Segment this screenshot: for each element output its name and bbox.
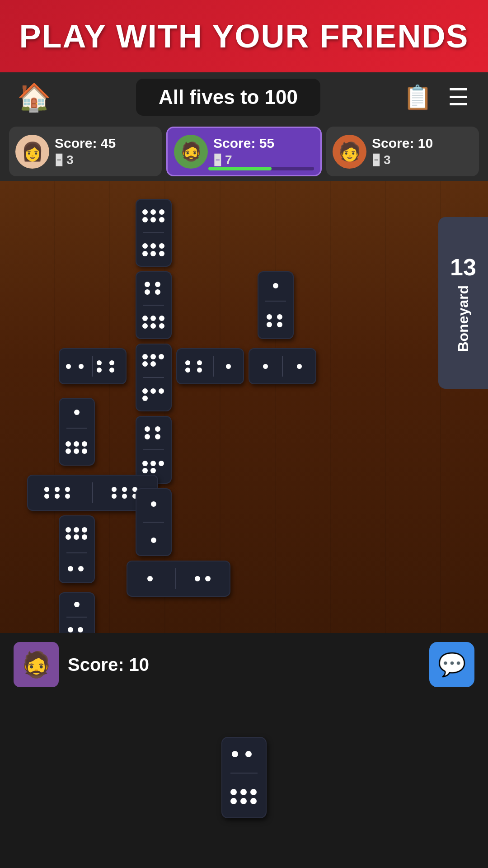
- board-domino-center-v1[interactable]: [136, 344, 172, 411]
- home-icon: 🏠: [17, 81, 51, 113]
- chat-icon: 💬: [438, 651, 466, 678]
- board-domino-right-v1[interactable]: [258, 271, 294, 339]
- hand-top-row: 🧔 Score: 10 💬: [14, 642, 474, 687]
- board-domino-2[interactable]: [136, 271, 172, 339]
- nav-right: 📋 ☰: [402, 81, 474, 113]
- home-button[interactable]: 🏠: [14, 79, 54, 115]
- menu-icon: ☰: [448, 84, 469, 111]
- player-card-2: 🧔 Score: 55 🁢 7: [166, 127, 322, 176]
- domino-mini-icon-1: 🁢: [55, 154, 64, 166]
- boneyard-count: 13: [450, 254, 476, 281]
- header-title: PLAY WITH YOUR FRIENDS: [19, 18, 469, 55]
- my-avatar: 🧔: [14, 642, 59, 687]
- player-info-1: Score: 45 🁢 3: [55, 136, 116, 167]
- board-domino-horiz-right1[interactable]: [176, 348, 244, 384]
- player-hand-info: 🧔 Score: 10: [14, 642, 149, 687]
- boneyard[interactable]: 13 Boneyard: [438, 217, 488, 389]
- board-domino-horiz-left1[interactable]: [59, 348, 127, 384]
- player-info-2: Score: 55 🁢 7: [213, 136, 274, 167]
- menu-button[interactable]: ☰: [443, 81, 474, 113]
- player-card-3: 🧑 Score: 10 🁢 3: [326, 127, 479, 176]
- hand-domino-1[interactable]: [221, 737, 267, 818]
- header-banner: PLAY WITH YOUR FRIENDS: [0, 0, 488, 72]
- boneyard-label: Boneyard: [455, 285, 472, 352]
- player-info-3: Score: 10 🁢 3: [372, 136, 433, 167]
- my-score: Score: 10: [68, 655, 149, 675]
- board-domino-bottom-left[interactable]: [59, 592, 95, 633]
- player-tile-count-1: 3: [66, 153, 74, 167]
- player-card-1: 👩 Score: 45 🁢 3: [9, 127, 162, 176]
- player-tile-count-2: 7: [225, 153, 232, 167]
- board-domino-bottom-horiz[interactable]: [127, 561, 230, 597]
- board-domino-center-v3[interactable]: [136, 488, 172, 556]
- player-score-2: Score: 55: [213, 136, 274, 151]
- player-tile-count-3: 3: [384, 153, 391, 167]
- notes-icon: 📋: [403, 84, 432, 111]
- player-score-1: Score: 45: [55, 136, 116, 151]
- player-avatar-2: 🧔: [174, 135, 208, 169]
- player-tiles-row-2: 🁢 7: [213, 153, 274, 167]
- board-domino-1[interactable]: [136, 199, 172, 267]
- domino-mini-icon-3: 🁢: [372, 154, 381, 166]
- nav-bar: 🏠 All fives to 100 📋 ☰: [0, 72, 488, 122]
- player-score-3: Score: 10: [372, 136, 433, 151]
- board-domino-left-v1[interactable]: [59, 398, 95, 466]
- player-tiles-row-1: 🁢 3: [55, 153, 116, 167]
- board-domino-horiz-right2[interactable]: [249, 348, 316, 384]
- players-row: 👩 Score: 45 🁢 3 🧔 Score: 55 🁢 7 🧑 Score:…: [0, 122, 488, 181]
- game-title-text: All fives to 100: [159, 86, 298, 108]
- player-tiles-row-3: 🁢 3: [372, 153, 433, 167]
- notes-button[interactable]: 📋: [402, 81, 434, 113]
- chat-button[interactable]: 💬: [429, 642, 474, 687]
- player-avatar-3: 🧑: [333, 135, 366, 169]
- player-hand-area: 🧔 Score: 10 💬: [0, 633, 488, 868]
- progress-fill: [208, 167, 272, 170]
- board-domino-center-v2[interactable]: [136, 416, 172, 484]
- game-title-pill: All fives to 100: [136, 79, 320, 116]
- player-avatar-1: 👩: [15, 135, 49, 169]
- game-board[interactable]: 13 Boneyard: [0, 181, 488, 633]
- domino-mini-icon-2: 🁢: [213, 154, 222, 166]
- hand-dominoes[interactable]: [14, 696, 474, 859]
- progress-bar: [208, 167, 314, 170]
- board-domino-left-v2[interactable]: [59, 515, 95, 583]
